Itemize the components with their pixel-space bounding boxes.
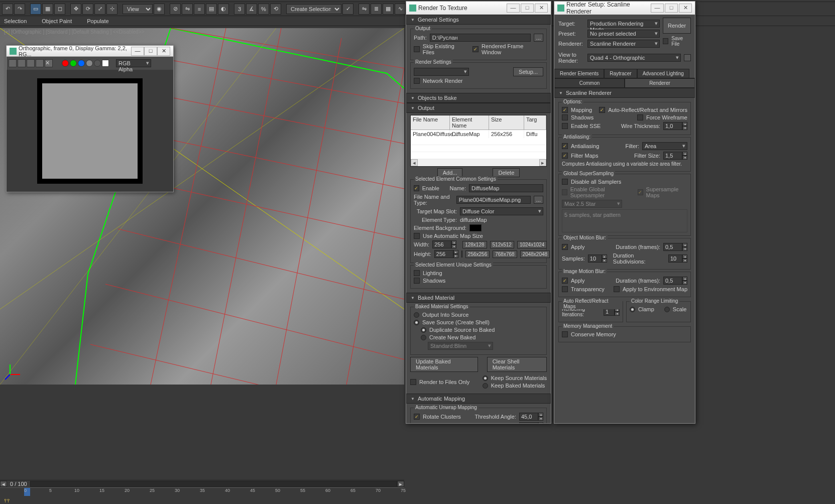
disable-samplers-checkbox[interactable]: [562, 179, 568, 185]
transparency-checkbox[interactable]: [562, 286, 568, 292]
renderer-select[interactable]: Scanline Renderer: [587, 40, 660, 48]
tool-redo[interactable]: ↷: [14, 4, 25, 15]
browse-file-button[interactable]: ...: [534, 196, 543, 204]
tool-mirror[interactable]: ⇋: [182, 4, 193, 15]
bg-swatch[interactable]: [469, 224, 482, 231]
clear-icon[interactable]: ✕: [45, 59, 53, 67]
print-icon[interactable]: [36, 59, 44, 67]
hscroll-track[interactable]: [418, 159, 539, 166]
table-row[interactable]: Plane004Diffuse... DiffuseMap 256x256 Di…: [411, 130, 546, 138]
size-512[interactable]: 512x512: [490, 241, 514, 248]
omb-apply-checkbox[interactable]: [562, 244, 568, 250]
enable-checkbox[interactable]: [414, 185, 419, 191]
spacing-spinner[interactable]: ▴▾: [519, 422, 543, 423]
enable-gss-checkbox[interactable]: [562, 189, 567, 195]
size-128[interactable]: 128x128: [462, 241, 487, 248]
clone-icon[interactable]: [27, 59, 35, 67]
force-wire-checkbox[interactable]: [637, 114, 643, 120]
rotate-clusters-checkbox[interactable]: [414, 414, 420, 420]
close-button[interactable]: ✕: [535, 4, 548, 13]
path-input[interactable]: [430, 34, 531, 42]
filter-size-spinner[interactable]: ▴▾: [663, 152, 687, 160]
tool-undo[interactable]: ↶: [2, 4, 13, 15]
tool-scale[interactable]: ⤢: [94, 4, 105, 15]
tool-mirror2[interactable]: ⇋: [359, 4, 370, 15]
channel-red[interactable]: [62, 60, 69, 67]
filter-select[interactable]: Area: [642, 142, 687, 150]
apply-env-checkbox[interactable]: [614, 286, 620, 292]
tab-common[interactable]: Common: [554, 78, 625, 87]
channel-mono[interactable]: [94, 60, 101, 67]
height-spinner[interactable]: ▴▾: [434, 250, 458, 258]
maximize-button[interactable]: □: [144, 47, 157, 56]
target-select[interactable]: Production Rendering Mode: [587, 20, 660, 28]
threshold-spinner[interactable]: ▴▾: [519, 413, 543, 421]
filename-input[interactable]: [456, 196, 531, 204]
minimize-button[interactable]: —: [131, 47, 144, 56]
output-rollout[interactable]: Output: [406, 103, 551, 113]
viewport-label[interactable]: [+] [Orthographic ] [Standard ] [Default…: [4, 29, 144, 35]
size-1024[interactable]: 1024x1024: [517, 241, 547, 248]
wire-thickness-spinner[interactable]: ▴▾: [663, 122, 687, 130]
tool-select-rect[interactable]: ◻: [54, 4, 65, 15]
minimize-button[interactable]: —: [651, 4, 664, 13]
close-button[interactable]: ✕: [157, 47, 170, 56]
swatch-white[interactable]: [102, 60, 109, 67]
render-settings-select[interactable]: [414, 68, 469, 76]
omb-samples-spinner[interactable]: ▴▾: [588, 255, 607, 263]
tool-toggle[interactable]: ◐: [218, 4, 229, 15]
tool-select-name[interactable]: ▦: [42, 4, 53, 15]
ribbon-object-paint[interactable]: Object Paint: [42, 18, 72, 24]
tool-align2[interactable]: ≣: [371, 4, 382, 15]
tool-align[interactable]: ≡: [194, 4, 205, 15]
imb-duration-spinner[interactable]: ▴▾: [663, 277, 687, 285]
tool-sel-a[interactable]: ✓: [342, 4, 353, 15]
update-baked-button[interactable]: Update Baked Materials: [410, 357, 478, 372]
scanline-rollout[interactable]: Scanline Renderer: [554, 88, 695, 98]
tab-renderer[interactable]: Renderer: [625, 78, 695, 87]
tool-rotate[interactable]: ⟳: [82, 4, 93, 15]
size-2048[interactable]: 2048x2048: [520, 250, 550, 258]
ribbon-selection[interactable]: Selection: [4, 18, 27, 24]
hscroll-left[interactable]: ◂: [411, 159, 418, 166]
tool-pivot[interactable]: ◉: [154, 4, 165, 15]
lighting-checkbox[interactable]: [414, 270, 420, 276]
lock-icon[interactable]: [461, 250, 462, 258]
lock-icon[interactable]: [684, 54, 691, 61]
hscroll-right[interactable]: ▸: [539, 159, 546, 166]
rendered-frame-checkbox[interactable]: [472, 46, 479, 52]
general-settings-rollout[interactable]: General Settings: [406, 15, 551, 25]
channel-select[interactable]: RGB Alpha: [116, 59, 151, 67]
channel-blue[interactable]: [78, 60, 85, 67]
scale-radio[interactable]: [664, 307, 670, 312]
antialiasing-checkbox[interactable]: [562, 143, 568, 149]
preset-select[interactable]: No preset selected: [587, 30, 660, 38]
tool-select[interactable]: ▭: [30, 4, 41, 15]
minimize-button[interactable]: —: [507, 4, 520, 13]
name-input[interactable]: [469, 184, 543, 192]
filter-maps-checkbox[interactable]: [562, 153, 568, 159]
enable-sse-checkbox[interactable]: [562, 123, 568, 129]
auto-reflect-checkbox[interactable]: [599, 107, 605, 113]
tool-move[interactable]: ✥: [70, 4, 81, 15]
objects-to-bake-rollout[interactable]: Objects to Bake: [406, 93, 551, 103]
tool-place[interactable]: ⊹: [106, 4, 117, 15]
save-file-checkbox[interactable]: [663, 38, 668, 44]
skip-existing-checkbox[interactable]: [414, 46, 420, 52]
mapping-checkbox[interactable]: [562, 107, 568, 113]
browse-button[interactable]: ...: [534, 34, 543, 42]
output-into-source-radio[interactable]: [414, 312, 419, 318]
save-source-radio[interactable]: [414, 320, 419, 325]
percent-snap[interactable]: %: [258, 4, 269, 15]
size-256[interactable]: 256x256: [465, 250, 490, 258]
spinner-snap[interactable]: ⟲: [270, 4, 281, 15]
baked-material-rollout[interactable]: Baked Material: [406, 293, 551, 303]
tool-curve[interactable]: ∿: [395, 4, 406, 15]
save-icon[interactable]: [9, 59, 17, 67]
tool-link[interactable]: ⊘: [170, 4, 181, 15]
ribbon-populate[interactable]: Populate: [87, 18, 108, 24]
scroll-track[interactable]: [30, 481, 397, 487]
copy-icon[interactable]: [18, 59, 26, 67]
auto-size-checkbox[interactable]: [414, 233, 420, 239]
maximize-button[interactable]: □: [665, 4, 678, 13]
